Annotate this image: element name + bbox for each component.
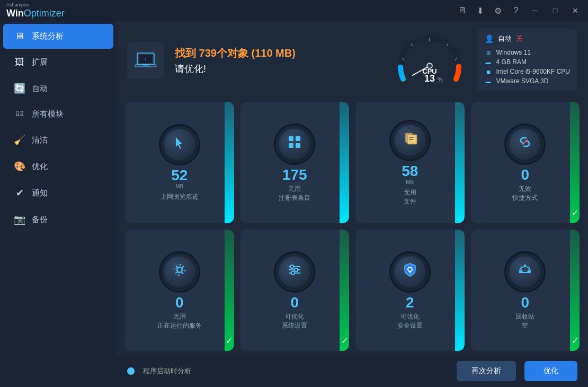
card-label-browser-trace: 上网浏览痕迹 bbox=[161, 192, 199, 201]
sidebar-label-notify: 通知 bbox=[32, 188, 48, 198]
header-found-text: 找到 739个对象 (110 MB) bbox=[175, 46, 382, 60]
card-icon-sys-settings bbox=[287, 262, 302, 282]
cpu-gauge: CPU 13 % bbox=[393, 29, 467, 92]
main-layout: 🖥 系统分析 🖼 扩展 🔄 自动 ⠿⠿ 所有模块 🧹 清洁 🎨 优化 ✔ 通知 … bbox=[0, 21, 588, 387]
card-bar-invalid-shortcuts: ✓ bbox=[570, 102, 580, 223]
cpu-icon: ◼ bbox=[485, 68, 492, 75]
sidebar-item-backup[interactable]: 📷 备份 bbox=[3, 207, 113, 232]
card-knob-registry bbox=[275, 125, 314, 163]
download-icon[interactable]: ⬇ bbox=[473, 3, 487, 18]
sysinfo-ram: ▬ 4 GB RAM bbox=[485, 57, 570, 67]
card-recycle[interactable]: ✓ 0 回收站空 bbox=[471, 230, 580, 351]
card-knob-security bbox=[391, 253, 429, 291]
sidebar-item-expand[interactable]: 🖼 扩展 bbox=[3, 50, 113, 75]
ram-text: 4 GB RAM bbox=[496, 58, 527, 66]
card-icon-recycle bbox=[517, 262, 533, 282]
monitor-icon[interactable]: 🖥 bbox=[455, 3, 469, 18]
svg-line-23 bbox=[523, 140, 527, 144]
sidebar-item-sysanalysis[interactable]: 🖥 系统分析 bbox=[3, 24, 113, 49]
expand-icon: 🖼 bbox=[14, 57, 25, 68]
sidebar-item-allmodules[interactable]: ⠿⠿ 所有模块 bbox=[3, 102, 113, 126]
help-icon[interactable]: ? bbox=[509, 3, 523, 18]
sidebar-item-auto[interactable]: 🔄 自动 bbox=[3, 76, 113, 101]
app-logo: Ashampoo WinOptimizer bbox=[6, 2, 65, 19]
card-unused-services[interactable]: ✓ 0 无用正在运行的服务 bbox=[125, 230, 234, 351]
card-registry[interactable]: 175 无用注册表条目 bbox=[240, 102, 350, 223]
settings-icon[interactable]: ⚙ bbox=[491, 3, 505, 18]
laptop-svg: i bbox=[134, 49, 157, 72]
card-icon-browser-trace bbox=[172, 135, 188, 155]
card-bar-registry bbox=[340, 102, 349, 223]
svg-rect-21 bbox=[409, 137, 414, 138]
card-number-security: 2 bbox=[406, 295, 414, 310]
maximize-button[interactable]: □ bbox=[547, 3, 564, 18]
svg-text:%: % bbox=[438, 76, 443, 83]
sidebar-label-clean: 清洁 bbox=[32, 135, 48, 145]
card-number-sys-settings: 0 bbox=[290, 295, 299, 310]
sidebar-label-backup: 备份 bbox=[32, 215, 48, 225]
svg-rect-16 bbox=[296, 136, 300, 141]
card-number-registry: 175 bbox=[282, 168, 307, 182]
card-bar-recycle: ✓ bbox=[570, 230, 580, 351]
card-icon-invalid-shortcuts bbox=[517, 134, 533, 154]
sidebar-label-allmodules: 所有模块 bbox=[32, 109, 64, 119]
header-text: 找到 739个对象 (110 MB) 请优化! bbox=[175, 46, 382, 75]
sidebar-item-clean[interactable]: 🧹 清洁 bbox=[3, 127, 113, 153]
svg-rect-15 bbox=[289, 136, 293, 141]
reanalyze-button[interactable]: 再次分析 bbox=[457, 361, 516, 381]
card-label-security: 可优化安全设置 bbox=[397, 312, 423, 330]
card-number-invalid-shortcuts: 0 bbox=[521, 168, 529, 182]
sidebar-label-optimize: 优化 bbox=[32, 162, 48, 172]
content-header: i 找到 739个对象 (110 MB) 请优化! bbox=[117, 21, 588, 98]
brand-area: Ashampoo WinOptimizer bbox=[6, 2, 65, 19]
sysinfo-off-label[interactable]: 关 bbox=[516, 34, 523, 43]
sysanalysis-icon: 🖥 bbox=[14, 31, 25, 42]
cards-grid: 52 MB 上网浏览痕迹 175 无用注册表条目 58 MB 无用文件 ✓ 0 … bbox=[117, 98, 588, 355]
svg-point-24 bbox=[177, 267, 182, 272]
optimize-icon: 🎨 bbox=[14, 161, 25, 172]
title-bar: Ashampoo WinOptimizer 🖥 ⬇ ⚙ ? ─ □ ✕ bbox=[0, 0, 588, 21]
notify-icon: ✔ bbox=[14, 187, 25, 199]
sidebar-item-optimize[interactable]: 🎨 优化 bbox=[3, 154, 113, 179]
card-bar-unused-services: ✓ bbox=[225, 230, 234, 351]
startup-checkbox[interactable] bbox=[127, 367, 135, 375]
card-label-sys-settings: 可优化系统设置 bbox=[282, 312, 307, 330]
card-unused-files[interactable]: 58 MB 无用文件 bbox=[355, 102, 465, 223]
card-knob-unused-services bbox=[161, 253, 199, 291]
gauge-svg: CPU 13 % bbox=[393, 29, 467, 92]
svg-text:13: 13 bbox=[424, 73, 435, 84]
sysinfo-cpu: ◼ Intel Core i5-9600KF CPU bbox=[485, 67, 570, 76]
svg-point-29 bbox=[295, 268, 298, 271]
card-bar-unused-files bbox=[455, 102, 465, 223]
close-button[interactable]: ✕ bbox=[567, 3, 584, 18]
minimize-button[interactable]: ─ bbox=[527, 3, 544, 18]
sidebar-item-notify[interactable]: ✔ 通知 bbox=[3, 180, 113, 206]
card-sys-settings[interactable]: ✓ 0 可优化系统设置 bbox=[240, 230, 350, 351]
card-icon-unused-services bbox=[172, 262, 188, 282]
card-bar-security bbox=[455, 230, 465, 351]
sysinfo-os: ⊞ Windows 11 bbox=[485, 48, 570, 57]
card-number-unused-files: 58 bbox=[402, 164, 418, 179]
brand-opt: Optimizer bbox=[24, 8, 65, 19]
card-label-registry: 无用注册表条目 bbox=[279, 184, 310, 203]
header-action-text: 请优化! bbox=[175, 63, 382, 75]
svg-text:i: i bbox=[145, 57, 146, 61]
card-knob-recycle bbox=[506, 253, 544, 291]
card-browser-trace[interactable]: 52 MB 上网浏览痕迹 bbox=[125, 102, 234, 223]
startup-label: 程序启动时分析 bbox=[143, 366, 448, 376]
card-knob-browser-trace bbox=[161, 126, 199, 164]
svg-rect-18 bbox=[296, 143, 300, 148]
card-label-unused-files: 无用文件 bbox=[404, 188, 416, 206]
card-number-browser-trace: 52 bbox=[171, 168, 188, 183]
optimize-button[interactable]: 优化 bbox=[524, 361, 577, 381]
backup-icon: 📷 bbox=[14, 214, 25, 225]
svg-rect-22 bbox=[409, 139, 413, 140]
card-invalid-shortcuts[interactable]: ✓ 0 无效快捷方式 bbox=[471, 102, 580, 223]
content-area: i 找到 739个对象 (110 MB) 请优化! bbox=[117, 21, 588, 387]
card-security[interactable]: 2 可优化安全设置 bbox=[355, 230, 465, 351]
card-number-unused-services: 0 bbox=[175, 295, 184, 310]
svg-rect-17 bbox=[289, 143, 293, 148]
cpu-text: Intel Core i5-9600KF CPU bbox=[496, 68, 570, 75]
brand-top: Ashampoo bbox=[6, 2, 65, 8]
card-bar-sys-settings: ✓ bbox=[340, 230, 349, 351]
